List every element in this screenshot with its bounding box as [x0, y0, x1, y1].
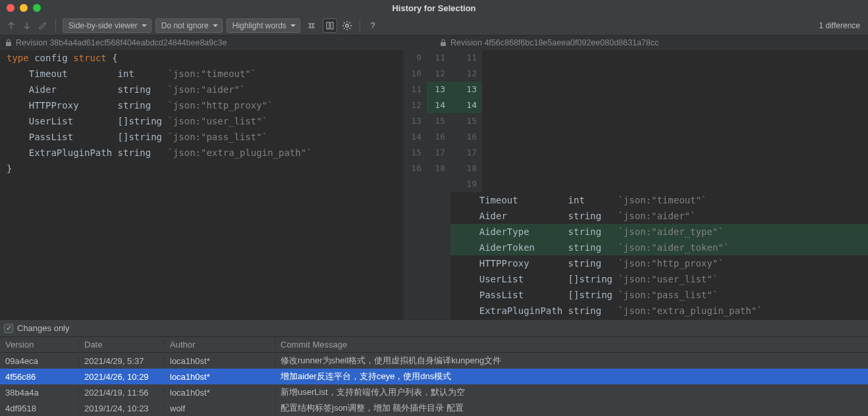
line-number: 12 [403, 97, 427, 113]
toolbar-separator [360, 19, 360, 32]
collapse-unchanged-toggle[interactable] [304, 18, 319, 33]
line-number: 15 [450, 113, 482, 129]
maximize-window-button[interactable] [33, 4, 41, 12]
lock-icon [5, 39, 12, 47]
code-line: HTTPProxy string `json:"http_proxy"` [0, 97, 403, 113]
code-line: UserList []string `json:"user_list"` [450, 271, 868, 287]
code-line: ExtraPluginPath string `json:"extra_plug… [450, 303, 868, 319]
code-line: } [450, 319, 868, 319]
col-author[interactable]: Author [165, 340, 275, 350]
history-panel: ✓ Changes only Version Date Author Commi… [0, 319, 868, 416]
left-code-pane[interactable]: type config struct { Timeout int `json:"… [0, 50, 403, 319]
line-number: 13 [403, 113, 427, 129]
line-number: 17 [450, 145, 482, 161]
close-window-button[interactable] [7, 4, 14, 12]
svg-rect-0 [327, 22, 329, 29]
cell-author: wolf [165, 403, 275, 413]
highlight-mode-label: Highlight words [232, 21, 286, 30]
cell-version: 38b4a4a [0, 388, 79, 398]
line-number: 11 [427, 50, 450, 66]
code-line: UserList []string `json:"user_list"` [0, 113, 403, 129]
line-number: 13 [427, 82, 450, 97]
line-number: 14 [427, 97, 450, 113]
code-line: Aider string `json:"aider"` [0, 82, 403, 97]
cell-version: 4f56c86 [0, 372, 79, 382]
cell-date: 2021/4/29, 5:37 [79, 356, 165, 366]
prev-change-icon[interactable] [5, 20, 17, 32]
col-date[interactable]: Date [79, 340, 165, 350]
sync-scroll-toggle[interactable] [323, 18, 337, 33]
cell-version: 4df9518 [0, 403, 79, 413]
edit-icon[interactable] [37, 20, 49, 32]
viewer-mode-label: Side-by-side viewer [68, 21, 138, 30]
gear-icon[interactable] [341, 20, 353, 32]
lock-icon [440, 39, 447, 47]
cell-message: 修改runner为shell格式，使用虚拟机自身编译kunpeng文件 [275, 355, 868, 367]
minimize-window-button[interactable] [20, 4, 28, 12]
left-revision-label: Revision 38b4a4ad61ecf568f404eabdcd24844… [16, 38, 227, 47]
code-line: Timeout int `json:"timeout"` [0, 66, 403, 82]
line-number: 14 [403, 129, 427, 145]
highlight-mode-combo[interactable]: Highlight words [227, 18, 300, 33]
cell-message: 增加aider反连平台，支持ceye，使用dns模式 [275, 371, 868, 382]
history-header: Version Date Author Commit Message [0, 337, 868, 353]
line-number: 13 [450, 82, 482, 97]
history-toolbar: ✓ Changes only [0, 320, 868, 337]
code-line: PassList []string `json:"pass_list"` [450, 287, 868, 303]
history-row[interactable]: 09a4eca2021/4/29, 5:37loca1h0st*修改runner… [0, 353, 868, 369]
svg-text:?: ? [370, 21, 375, 30]
right-revision-header: Revision 4f56c868f6bc18e5aeea0f092ee080d… [435, 36, 868, 50]
line-number: 11 [403, 82, 427, 97]
ignore-mode-combo[interactable]: Do not ignore [155, 18, 223, 33]
line-number: 18 [450, 161, 482, 176]
right-code-pane[interactable]: 111213141516171819 Timeout int `json:"ti… [450, 50, 868, 319]
line-number: 16 [427, 129, 450, 145]
left-revision-header: Revision 38b4a4ad61ecf568f404eabdcd24844… [0, 36, 435, 50]
line-number: 11 [450, 50, 482, 66]
diff-toolbar: Side-by-side viewer Do not ignore Highli… [0, 16, 868, 36]
next-change-icon[interactable] [21, 20, 33, 32]
cell-author: loca1h0st* [165, 388, 275, 398]
code-line: ExtraPluginPath string `json:"extra_plug… [0, 145, 403, 161]
code-line: } [0, 161, 403, 176]
line-number: 18 [427, 161, 450, 176]
line-number: 16 [403, 161, 427, 176]
line-number: 17 [427, 145, 450, 161]
window-controls [0, 4, 41, 12]
history-row[interactable]: 38b4a4a2021/4/19, 11:56loca1h0st*新增userL… [0, 384, 868, 400]
code-line: HTTPProxy string `json:"http_proxy"` [450, 255, 868, 271]
line-number: 19 [450, 176, 482, 192]
difference-count: 1 difference [819, 21, 863, 30]
changes-only-checkbox[interactable]: ✓ [4, 324, 13, 333]
svg-point-2 [346, 24, 348, 26]
line-number: 15 [403, 145, 427, 161]
center-gutters: 910111213141516 1112131415161718 [403, 50, 450, 319]
history-row[interactable]: 4df95182019/1/24, 10:23wolf配置结构标签json调整，… [0, 400, 868, 416]
help-icon[interactable]: ? [367, 20, 379, 32]
code-line: Timeout int `json:"timeout"` [450, 192, 868, 208]
line-number: 15 [427, 113, 450, 129]
revision-bar: Revision 38b4a4ad61ecf568f404eabdcd24844… [0, 36, 868, 50]
code-line: PassList []string `json:"pass_list"` [0, 129, 403, 145]
code-line: AiderType string `json:"aider_type"` [450, 224, 868, 240]
line-number: 10 [403, 66, 427, 82]
cell-message: 新增userList，支持前端传入用户列表，默认为空 [275, 386, 868, 398]
svg-rect-5 [441, 42, 446, 46]
history-row[interactable]: 4f56c862021/4/26, 10:29loca1h0st*增加aider… [0, 369, 868, 384]
line-number: 12 [427, 66, 450, 82]
diff-area: type config struct { Timeout int `json:"… [0, 50, 868, 319]
right-revision-label: Revision 4f56c868f6bc18e5aeea0f092ee080d… [450, 38, 659, 47]
code-line: type config struct { [0, 50, 403, 66]
changes-only-label: Changes only [17, 323, 70, 333]
line-number: 12 [450, 66, 482, 82]
line-number: 16 [450, 129, 482, 145]
cell-date: 2021/4/26, 10:29 [79, 372, 165, 382]
svg-rect-1 [331, 22, 333, 29]
titlebar: History for Selection [0, 0, 868, 16]
cell-message: 配置结构标签json调整，增加 额外插件目录 配置 [275, 402, 868, 414]
cell-date: 2021/4/19, 11:56 [79, 388, 165, 398]
viewer-mode-combo[interactable]: Side-by-side viewer [63, 18, 151, 33]
cell-author: loca1h0st* [165, 372, 275, 382]
col-version[interactable]: Version [0, 340, 79, 350]
col-message[interactable]: Commit Message [275, 340, 868, 350]
